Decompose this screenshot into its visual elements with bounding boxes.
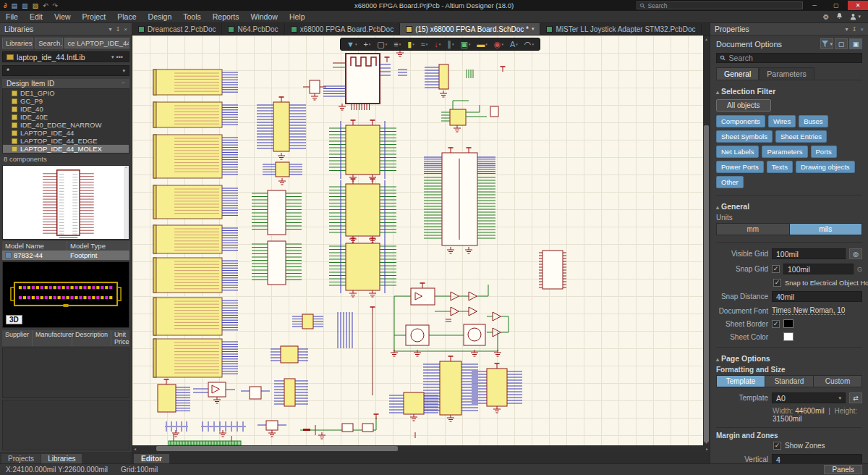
page-options-section[interactable]: ▴Page Options (716, 354, 862, 363)
doc-tab-2[interactable]: N64.PcbDoc (222, 23, 284, 35)
tab-dropdown-caret[interactable]: ▾ (532, 26, 535, 32)
library-more-button[interactable]: ••• (114, 54, 125, 61)
menu-edit[interactable]: Edit (24, 12, 48, 21)
select-area-icon[interactable]: ▢▾ (377, 41, 387, 49)
design-item-laptop_ide_44_molex[interactable]: LAPTOP_IDE_44_MOLEX (3, 145, 129, 153)
panels-button[interactable]: Panels (824, 465, 862, 474)
mode-template-button[interactable]: Template (717, 376, 765, 387)
filter-net-labels[interactable]: Net Labels (716, 146, 759, 158)
symbol-preview[interactable]: ⌃ (2, 165, 129, 240)
schematic-canvas[interactable]: ▼▾+▾▢▾≡▾▮▾≈▾↓▾∥▾▣▾▬▾◉▾A▾◠▾ ▴ ▾ (132, 35, 710, 445)
design-item-ide_40[interactable]: IDE_40 (3, 105, 129, 113)
selection-filter-section[interactable]: ▴Selection Filter (716, 87, 862, 96)
undo-icon[interactable]: ↶ (43, 2, 48, 9)
panel-close-icon[interactable]: × (860, 26, 864, 33)
manufacturer-header[interactable]: Manufacturer (33, 330, 72, 346)
panel-close-icon[interactable]: × (124, 26, 127, 33)
panel-pin-icon[interactable]: ↧ (116, 26, 121, 33)
design-item-ide_40_edge_narrow[interactable]: IDE_40_EDGE_NARROW (3, 121, 129, 129)
doc-tab-1[interactable]: Dreamcast 2.PcbDoc (132, 23, 222, 35)
template-refresh-icon[interactable]: ⇄ (849, 392, 862, 403)
sheet-symbol-icon[interactable]: ▣▾ (460, 41, 470, 49)
doc-tab-5[interactable]: MiSTer LL Joystick Adapter STM32.PcbDoc (540, 23, 702, 35)
menu-file[interactable]: File (0, 12, 24, 21)
design-item-laptop_ide_44[interactable]: LAPTOP_IDE_44 (3, 129, 129, 137)
tab-parameters[interactable]: Parameters (759, 67, 814, 80)
tab-projects[interactable]: Projects (1, 454, 41, 463)
user-profile-icon[interactable]: ▾ (850, 13, 861, 20)
save-icon[interactable]: ▤ (11, 2, 17, 9)
filter-sheet-symbols[interactable]: Sheet Symbols (716, 130, 773, 143)
search-button[interactable]: Search... (35, 38, 62, 49)
snap-hotspots-checkbox[interactable]: ✓ (773, 279, 781, 287)
visible-grid-input[interactable]: 100mil (772, 248, 846, 259)
net-label-icon[interactable]: ▬▾ (477, 41, 488, 49)
tab-libraries[interactable]: Libraries (41, 454, 82, 463)
unit-price-header[interactable]: Unit Price (111, 330, 132, 346)
mode-custom-button[interactable]: Custom (814, 376, 861, 387)
tab-editor[interactable]: Editor (134, 454, 169, 463)
open-folder-icon[interactable]: ▨ (32, 2, 38, 9)
horizontal-scrollbar[interactable]: ◂ ▸ (132, 445, 710, 452)
template-select[interactable]: A0 ▾ (772, 392, 846, 403)
sheet-color-swatch[interactable] (783, 332, 793, 341)
panel-dropdown-icon[interactable]: ▾ (109, 26, 112, 33)
directive-icon[interactable]: ◉▾ (494, 41, 503, 49)
footprint-3d-preview[interactable]: 3D (2, 261, 129, 328)
show-zones-checkbox[interactable]: ✓ (773, 442, 781, 450)
design-item-de1_gpio[interactable]: DE1_GPIO (3, 89, 129, 97)
menu-reports[interactable]: Reports (207, 12, 245, 21)
component-filter-input[interactable]: * ▾ (2, 65, 129, 76)
filter-drawing-objects[interactable]: Drawing objects (796, 161, 855, 173)
snap-distance-input[interactable]: 40mil (772, 291, 862, 302)
preview-scrollbar[interactable]: ⌃ (124, 166, 129, 239)
redo-icon[interactable]: ↷ (53, 2, 59, 9)
model-name-header[interactable]: Model Name (2, 241, 67, 251)
select-overlap-icon[interactable]: ▢ (835, 38, 848, 49)
sheet-border-checkbox[interactable]: ✓ (772, 320, 780, 328)
design-item-gc_p9[interactable]: GC_P9 (3, 97, 129, 105)
all-objects-button[interactable]: All objects (716, 99, 771, 112)
model-type-header[interactable]: Model Type (67, 241, 129, 251)
select-inside-icon[interactable]: ▣ (849, 38, 862, 49)
filter-sheet-entries[interactable]: Sheet Entries (775, 130, 827, 143)
menu-project[interactable]: Project (77, 12, 112, 21)
panel-dropdown-icon[interactable]: ▾ (846, 26, 848, 33)
menu-window[interactable]: Window (245, 12, 284, 21)
model-row[interactable]: 87832-44 Footprint (2, 251, 129, 260)
filter-icon[interactable]: ▼▾ (346, 41, 357, 49)
design-item-id-header[interactable]: Design Item ID − (2, 79, 129, 88)
power-port-icon[interactable]: ↓▾ (434, 41, 441, 49)
document-font-link[interactable]: Times New Roman, 10 (772, 306, 845, 315)
snap-grid-checkbox[interactable]: ✓ (772, 265, 780, 273)
filter-components[interactable]: Components (716, 115, 765, 127)
mode-standard-button[interactable]: Standard (765, 376, 814, 387)
design-item-laptop_ide_44_edge[interactable]: LAPTOP_IDE_44_EDGE (3, 137, 129, 145)
vertical-scroll-thumb[interactable] (704, 125, 709, 442)
library-select[interactable]: laptop_ide_44.IntLib ▾ ••• (2, 51, 129, 62)
wire-icon[interactable]: ≈▾ (421, 41, 428, 49)
unit-mm-button[interactable]: mm (717, 224, 790, 235)
sheet-border-color-swatch[interactable] (783, 319, 793, 328)
general-section[interactable]: ▴General (716, 202, 862, 211)
menu-view[interactable]: View (48, 12, 77, 21)
vertical-input[interactable]: 4 (772, 454, 862, 463)
3d-view-label[interactable]: 3D (6, 315, 22, 324)
filter-buses[interactable]: Buses (799, 115, 827, 127)
filter-power-ports[interactable]: Power Ports (716, 161, 764, 173)
global-search-input[interactable]: ⚲ Search (637, 1, 803, 9)
properties-search-input[interactable]: ⚲ Search (716, 53, 862, 63)
move-icon[interactable]: +▾ (363, 41, 370, 49)
vertical-scrollbar[interactable]: ▴ ▾ (703, 35, 710, 445)
bus-icon[interactable]: ∥▾ (447, 41, 454, 49)
align-icon[interactable]: ≡▾ (393, 41, 401, 49)
arc-icon[interactable]: ◠▾ (524, 41, 534, 49)
filter-dropdown-caret[interactable]: ▾ (122, 68, 125, 74)
filter-funnel-icon[interactable]: ▾ (820, 38, 833, 49)
menu-place[interactable]: Place (111, 12, 142, 21)
minimize-button[interactable]: ─ (804, 1, 825, 10)
supplier-header[interactable]: Supplier (2, 330, 33, 346)
filter-parameters[interactable]: Parameters (762, 146, 807, 158)
menu-tools[interactable]: Tools (177, 12, 207, 21)
description-header[interactable]: Description (72, 330, 111, 346)
